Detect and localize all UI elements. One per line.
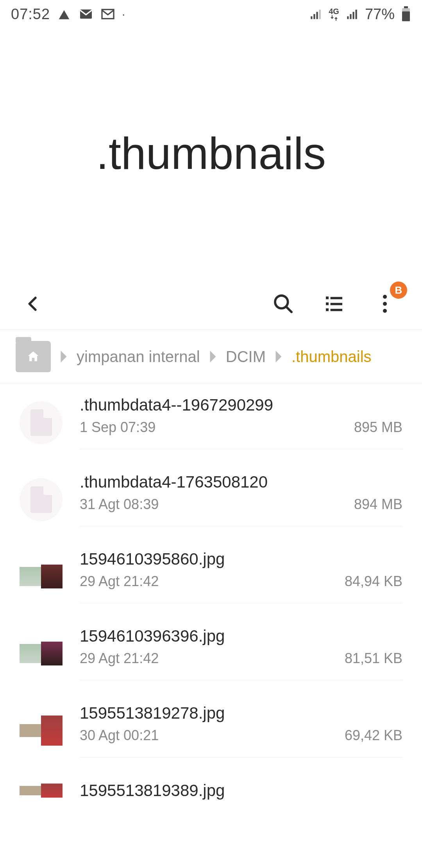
file-name: 1594610396396.jpg (80, 627, 402, 646)
svg-rect-19 (326, 308, 329, 311)
image-thumb-icon (20, 779, 63, 800)
file-thumb-icon (20, 401, 63, 444)
file-size: 894 MB (354, 496, 402, 513)
title-area: .thumbnails (0, 28, 422, 278)
file-name: 1595513819389.jpg (80, 781, 402, 800)
file-list[interactable]: .thumbdata4--1967290299 1 Sep 07:39 895 … (0, 384, 422, 800)
file-row[interactable]: .thumbdata4--1967290299 1 Sep 07:39 895 … (0, 384, 422, 461)
file-name: .thumbdata4-1763508120 (80, 473, 402, 491)
file-name: 1594610395860.jpg (80, 550, 402, 569)
home-folder-icon[interactable] (16, 341, 51, 372)
file-date: 31 Agt 08:39 (80, 496, 159, 513)
svg-rect-17 (326, 303, 329, 305)
breadcrumb-seg-dcim[interactable]: DCIM (226, 348, 266, 366)
file-date: 29 Agt 21:42 (80, 650, 159, 667)
file-row[interactable]: .thumbdata4-1763508120 31 Agt 08:39 894 … (0, 461, 422, 538)
network-4g-label: 4G (329, 7, 339, 21)
status-left: 07:52 · (11, 6, 125, 23)
file-size: 81,51 KB (345, 650, 402, 667)
search-button[interactable] (266, 286, 301, 321)
more-notif-dot: · (122, 7, 125, 21)
page-title: .thumbnails (96, 127, 326, 179)
file-name: 1595513819278.jpg (80, 704, 402, 723)
svg-rect-10 (404, 6, 408, 8)
file-thumb-icon (20, 478, 63, 521)
svg-rect-20 (331, 309, 342, 311)
signal-icon-2 (345, 7, 359, 21)
breadcrumb-seg-storage[interactable]: yimpanan internal (77, 348, 200, 366)
svg-rect-8 (352, 12, 354, 19)
gmail-icon (100, 6, 116, 22)
file-row[interactable]: 1594610396396.jpg 29 Agt 21:42 81,51 KB (0, 615, 422, 692)
svg-rect-7 (350, 14, 351, 19)
svg-point-22 (383, 302, 387, 306)
status-right: 4G 77% (309, 6, 411, 23)
status-bar: 07:52 · 4G 77% (0, 0, 422, 28)
svg-rect-5 (319, 10, 321, 19)
mail-icon (78, 6, 94, 22)
file-size: 895 MB (354, 419, 402, 436)
app-notif-icon (56, 6, 72, 22)
notification-badge: B (390, 282, 407, 299)
svg-point-23 (383, 309, 387, 313)
chevron-right-icon (208, 351, 218, 362)
svg-rect-3 (314, 14, 315, 19)
svg-rect-12 (402, 11, 410, 21)
svg-rect-15 (326, 296, 329, 299)
file-date: 29 Agt 21:42 (80, 573, 159, 590)
battery-icon (401, 6, 411, 22)
file-row[interactable]: 1595513819278.jpg 30 Agt 00:21 69,42 KB (0, 692, 422, 769)
svg-rect-4 (316, 12, 318, 19)
file-row[interactable]: 1594610395860.jpg 29 Agt 21:42 84,94 KB (0, 538, 422, 615)
toolbar: B (0, 278, 422, 329)
image-thumb-icon (20, 632, 63, 675)
battery-pct: 77% (365, 6, 395, 23)
svg-rect-18 (331, 303, 342, 305)
svg-rect-6 (347, 16, 349, 19)
svg-rect-9 (355, 10, 357, 19)
svg-point-21 (383, 295, 387, 299)
file-date: 30 Agt 00:21 (80, 727, 159, 744)
file-size: 69,42 KB (345, 727, 402, 744)
svg-rect-16 (331, 297, 342, 299)
file-date: 1 Sep 07:39 (80, 419, 156, 436)
back-button[interactable] (16, 286, 51, 321)
image-thumb-icon (20, 555, 63, 598)
file-size: 84,94 KB (345, 573, 402, 590)
chevron-right-icon (59, 351, 69, 362)
image-thumb-icon (20, 709, 63, 752)
more-options-button[interactable]: B (367, 286, 402, 321)
file-row[interactable]: 1595513819389.jpg (0, 769, 422, 800)
file-name: .thumbdata4--1967290299 (80, 396, 402, 414)
chevron-right-icon (274, 351, 284, 362)
signal-icon-1 (309, 7, 322, 21)
svg-rect-2 (311, 16, 313, 19)
svg-line-14 (286, 307, 291, 312)
view-toggle-button[interactable] (316, 286, 352, 321)
status-clock: 07:52 (11, 6, 50, 23)
breadcrumb: yimpanan internal DCIM .thumbnails (0, 329, 422, 384)
breadcrumb-seg-current[interactable]: .thumbnails (291, 348, 372, 366)
